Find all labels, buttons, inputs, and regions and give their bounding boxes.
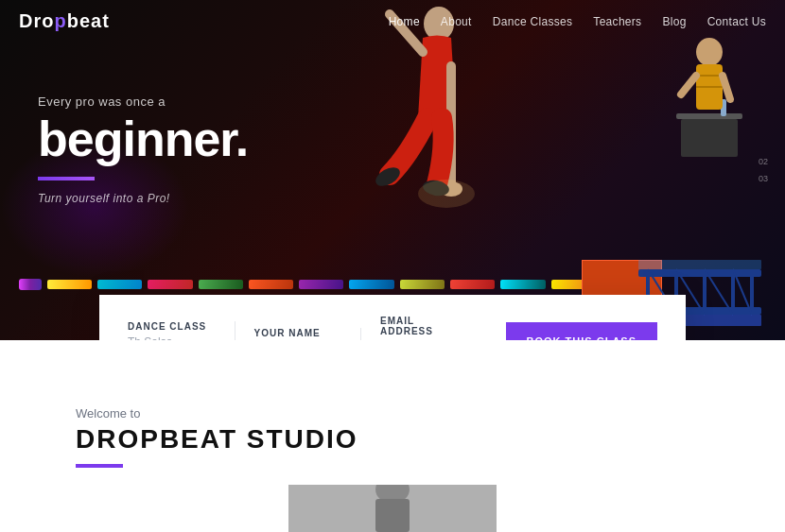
studio-divider — [76, 464, 123, 468]
dance-class-field: DANCE CLASS Th.Salsa Dance ▾ — [128, 321, 236, 341]
svg-rect-29 — [638, 260, 761, 269]
email-label: EMAIL ADDRESS — [380, 316, 468, 336]
book-class-button[interactable]: BOOK THIS CLASS — [506, 322, 657, 340]
nav-item-contact[interactable]: Contact Us — [707, 12, 766, 29]
hero-text: Every pro was once a beginner. Turn your… — [38, 94, 248, 205]
welcome-to-text: Welcome to — [76, 406, 709, 420]
dance-class-value[interactable]: Th.Salsa Dance ▾ — [128, 335, 216, 341]
svg-rect-9 — [681, 119, 738, 157]
booking-bar: DANCE CLASS Th.Salsa Dance ▾ YOUR NAME J… — [99, 295, 686, 340]
svg-rect-8 — [676, 113, 742, 119]
slide-num-02[interactable]: 02 — [759, 157, 768, 166]
dancer-image — [361, 0, 513, 317]
svg-line-15 — [681, 76, 696, 94]
bottom-thumbnail — [288, 485, 497, 532]
navbar: Dropbeat Home About Dance Classes Teache… — [0, 0, 785, 42]
nav-links: Home About Dance Classes Teachers Blog C… — [389, 12, 766, 29]
nav-item-home[interactable]: Home — [389, 12, 420, 29]
logo[interactable]: Dropbeat — [19, 10, 110, 32]
svg-rect-17 — [638, 269, 761, 277]
right-person — [672, 19, 747, 170]
svg-point-7 — [418, 180, 475, 208]
svg-rect-32 — [375, 499, 410, 532]
email-field: EMAIL ADDRESS Your e-mail address — [361, 316, 487, 340]
hero-tagline: Turn yourself into a Pro! — [38, 192, 248, 205]
studio-title: DROPBEAT STUDIO — [76, 424, 709, 455]
name-field: YOUR NAME Jessica Alley — [236, 328, 362, 341]
nav-item-teachers[interactable]: Teachers — [593, 12, 641, 29]
dance-class-label: DANCE CLASS — [128, 321, 216, 332]
nav-item-blog[interactable]: Blog — [662, 12, 686, 29]
slide-indicators: 02 03 — [759, 157, 768, 183]
svg-point-11 — [696, 38, 723, 66]
hero-title: beginner. — [38, 114, 248, 163]
welcome-section: Welcome to DROPBEAT STUDIO — [0, 397, 785, 468]
below-hero: Welcome to DROPBEAT STUDIO — [0, 340, 785, 532]
hero-subtitle: Every pro was once a — [38, 94, 248, 109]
slide-num-03[interactable]: 03 — [759, 174, 768, 183]
nav-item-about[interactable]: About — [441, 12, 472, 29]
hero-divider — [38, 177, 95, 180]
nav-item-dance-classes[interactable]: Dance Classes — [493, 12, 573, 29]
name-label: YOUR NAME — [254, 328, 342, 338]
svg-line-16 — [723, 76, 730, 99]
